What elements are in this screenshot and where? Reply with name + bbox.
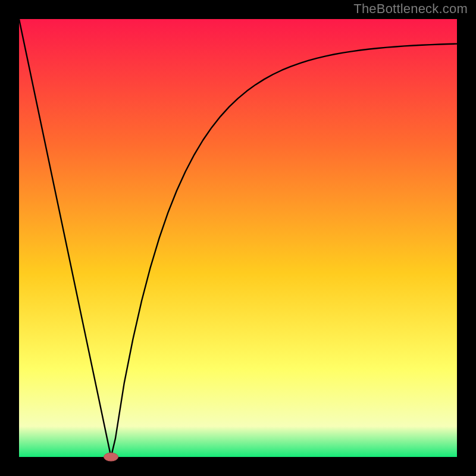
watermark: TheBottleneck.com [353,1,468,17]
chart-container: TheBottleneck.com [0,0,476,476]
plot-background [19,19,457,457]
minimum-marker [104,453,118,461]
bottleneck-curve-chart [0,0,476,476]
